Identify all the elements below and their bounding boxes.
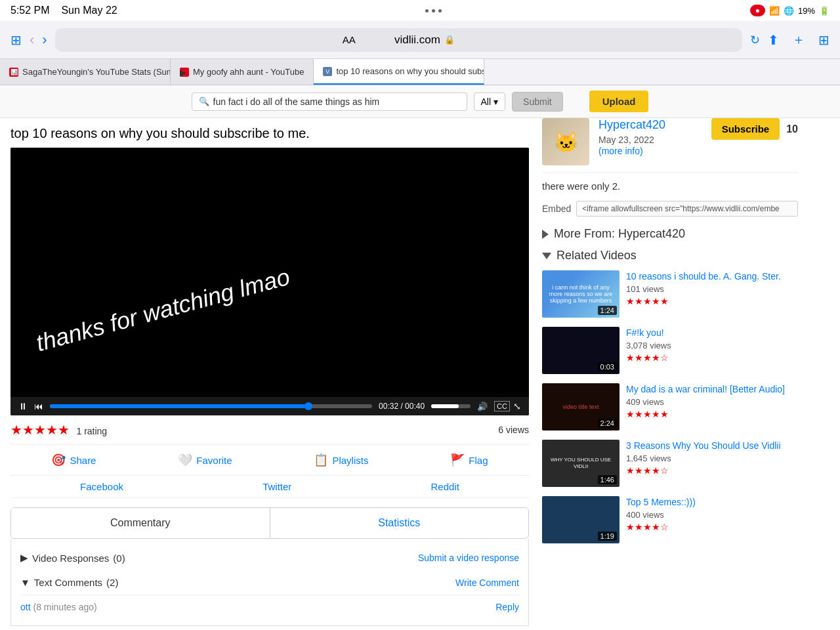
related-title-5[interactable]: Top 5 Memes::))) — [626, 496, 798, 508]
screen-buttons: CC ⤡ — [494, 401, 521, 411]
embed-input[interactable] — [576, 201, 798, 217]
channel-name-link[interactable]: Hypercat420 — [598, 118, 665, 131]
flag-action[interactable]: 🚩 Flag — [450, 453, 488, 467]
pause-button[interactable]: ⏸ — [18, 401, 28, 411]
speaker-icon: 🔊 — [477, 402, 488, 411]
related-stars-4: ★★★★☆ — [626, 465, 798, 476]
text-comments-count: (2) — [106, 577, 118, 588]
video-responses-header: ▶ Video Responses (0) Submit a video res… — [20, 545, 519, 570]
related-title-2[interactable]: F#!k you! — [626, 327, 798, 339]
browser-actions: ⬆ ＋ ⊞ — [768, 31, 830, 49]
reload-button[interactable]: ↻ — [750, 33, 760, 47]
search-input-wrap[interactable]: 🔍 — [192, 93, 467, 111]
avatar-image: 🐱 — [542, 118, 589, 165]
triangle-right-icon: ▶ — [20, 552, 28, 564]
progress-fill — [50, 404, 308, 408]
forward-button[interactable]: › — [42, 32, 47, 49]
back-button[interactable]: ‹ — [30, 32, 34, 49]
tab-favicon-3: V — [323, 67, 332, 76]
volume-bar[interactable] — [431, 404, 471, 408]
related-thumb-5[interactable]: 1:19 — [542, 496, 620, 543]
related-stars-2: ★★★★☆ — [626, 352, 798, 363]
comment-row: ott (8 minutes ago) Reply — [20, 595, 519, 619]
browser-chrome: ⊞ ‹ › AA vidlii.com 🔒 ↻ ⬆ ＋ ⊞ — [0, 21, 840, 59]
related-info-4: 3 Reasons Why You Should Use Vidlii 1,64… — [626, 440, 798, 487]
related-duration-4: 1:46 — [598, 475, 617, 484]
url-display: vidlii.com — [394, 33, 440, 47]
sidebar: 🐱 Hypercat420 May 23, 2022 (more info) S… — [542, 118, 798, 626]
related-video-2: 0:03 F#!k you! 3,078 views ★★★★☆ — [542, 327, 798, 374]
share-sub-links: Facebook Twitter Reddit — [10, 476, 529, 498]
submit-video-response-link[interactable]: Submit a video response — [418, 553, 519, 563]
tab-statistics[interactable]: Statistics — [270, 508, 529, 538]
related-title-4[interactable]: 3 Reasons Why You Should Use Vidlii — [626, 440, 798, 452]
related-stars-3: ★★★★★ — [626, 409, 798, 419]
progress-bar[interactable] — [50, 404, 372, 408]
reddit-link[interactable]: Reddit — [431, 481, 459, 492]
captions-button[interactable]: CC — [494, 401, 510, 411]
related-video-3: video title text 2:24 My dad is a war cr… — [542, 383, 798, 430]
tab-label-3: top 10 reasons on why you should subscri… — [336, 66, 484, 76]
tab-saga-stats[interactable]: 📊 SagaTheYoungin's YouTube Stats (Summar… — [0, 59, 171, 85]
search-category-select[interactable]: All ▾ — [474, 93, 506, 111]
video-responses-toggle[interactable]: ▶ Video Responses (0) — [20, 552, 125, 564]
text-comments-toggle[interactable]: ▼ Text Comments (2) — [20, 577, 118, 588]
tab-label-1: SagaTheYoungin's YouTube Stats (Summary … — [22, 67, 171, 77]
page-content: top 10 reasons on why you should subscri… — [0, 118, 840, 630]
new-tab-button[interactable]: ＋ — [792, 31, 805, 49]
more-from-header[interactable]: More From: Hypercat420 — [542, 227, 798, 241]
globe-icon: 🌐 — [784, 6, 794, 16]
main-column: top 10 reasons on why you should subscri… — [10, 118, 542, 626]
search-bar: 🔍 All ▾ Submit Upload — [0, 85, 840, 118]
related-views-2: 3,078 views — [626, 341, 798, 350]
more-from-label: More From: Hypercat420 — [554, 227, 685, 241]
search-icon: 🔍 — [199, 96, 209, 106]
twitter-link[interactable]: Twitter — [262, 481, 291, 492]
tab-vidlii-active[interactable]: V top 10 reasons on why you should subsc… — [314, 59, 484, 85]
fullscreen-button[interactable]: ⤡ — [513, 401, 521, 411]
comment-time: (8 minutes ago) — [33, 602, 96, 612]
comment-user[interactable]: ott — [20, 602, 31, 612]
video-responses-label: Video Responses — [32, 553, 109, 564]
search-input[interactable] — [213, 96, 460, 107]
text-comments-header: ▼ Text Comments (2) Write Comment — [20, 570, 519, 595]
lock-icon: 🔒 — [444, 35, 455, 45]
tab-youtube[interactable]: ▶ My goofy ahh aunt - YouTube — [171, 59, 314, 85]
related-thumb-3[interactable]: video title text 2:24 — [542, 383, 620, 430]
subscribe-button[interactable]: Subscribe — [711, 118, 780, 140]
related-info-3: My dad is a war criminal! [Better Audio]… — [626, 383, 798, 430]
playlists-action[interactable]: 📋 Playlists — [314, 453, 368, 467]
upload-button[interactable]: Upload — [589, 91, 649, 112]
channel-info: 🐱 Hypercat420 May 23, 2022 (more info) S… — [542, 118, 798, 173]
related-thumb-4[interactable]: WHY YOU SHOULD USE VIDLII 1:46 — [542, 440, 620, 487]
video-screen[interactable]: thanks for watching lmao — [10, 148, 529, 397]
video-controls: ⏸ ⏮ 00:32 / 00:40 🔊 CC ⤡ — [10, 397, 529, 415]
more-info-link[interactable]: (more info) — [598, 146, 643, 156]
tab-commentary[interactable]: Commentary — [11, 508, 270, 538]
status-right: ● 📶 🌐 19% 🔋 — [750, 5, 830, 16]
address-bar[interactable]: AA vidlii.com 🔒 — [55, 28, 742, 52]
reply-link[interactable]: Reply — [495, 602, 519, 612]
facebook-link[interactable]: Facebook — [80, 481, 123, 492]
related-title-3[interactable]: My dad is a war criminal! [Better Audio] — [626, 383, 798, 395]
related-videos-header: Related Videos — [542, 249, 798, 262]
favorite-action[interactable]: 🤍 Favorite — [178, 453, 232, 467]
battery-level: 19% — [798, 6, 815, 16]
write-comment-link[interactable]: Write Comment — [455, 578, 519, 588]
embed-row: Embed — [542, 201, 798, 217]
channel-avatar: 🐱 — [542, 118, 589, 165]
related-title-1[interactable]: 10 reasons i should be. A. Gang. Ster. — [626, 270, 798, 282]
share-browser-button[interactable]: ⬆ — [768, 31, 779, 49]
related-thumb-1[interactable]: i cann not think of any more reasons so … — [542, 270, 620, 318]
skip-back-button[interactable]: ⏮ — [34, 401, 43, 411]
related-thumb-2[interactable]: 0:03 — [542, 327, 620, 374]
dot1 — [425, 9, 429, 12]
sidebar-toggle-button[interactable]: ⊞ — [10, 32, 22, 48]
comment-meta: ott (8 minutes ago) — [20, 602, 97, 612]
views-count: 6 views — [498, 425, 529, 435]
tabs-overview-button[interactable]: ⊞ — [818, 31, 830, 49]
video-actions: 🎯 Share 🤍 Favorite 📋 Playlists 🚩 Flag — [10, 445, 529, 476]
search-submit-button[interactable]: Submit — [512, 92, 563, 112]
triangle-down-icon: ▼ — [20, 577, 30, 588]
share-action[interactable]: 🎯 Share — [51, 453, 96, 467]
